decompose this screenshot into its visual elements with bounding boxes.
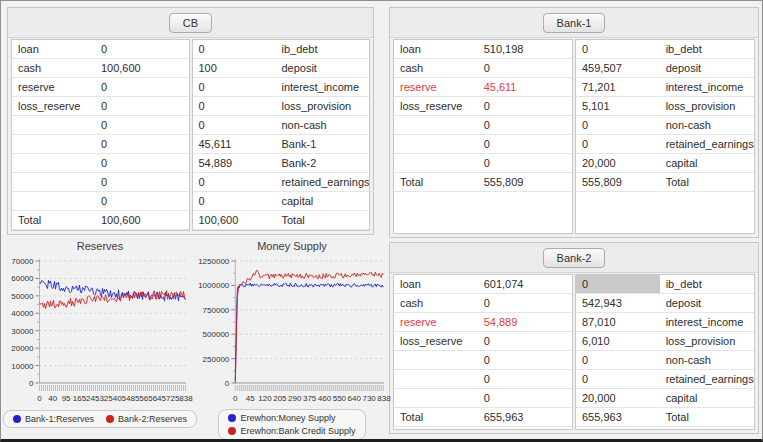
asset-label[interactable]: loss_reserve bbox=[12, 97, 95, 115]
liability-label[interactable]: retained_earnings bbox=[660, 135, 754, 153]
liability-value[interactable]: 0 bbox=[576, 135, 660, 153]
asset-label[interactable]: Total bbox=[394, 173, 478, 191]
liability-value[interactable]: 54,889 bbox=[193, 154, 276, 172]
liability-label[interactable]: loss_provision bbox=[660, 332, 754, 350]
liability-label[interactable]: Total bbox=[660, 173, 754, 191]
liability-value[interactable]: 20,000 bbox=[576, 389, 660, 407]
tab-bank-2[interactable]: Bank-2 bbox=[543, 248, 606, 268]
asset-label[interactable]: loan bbox=[394, 275, 478, 293]
liability-value[interactable]: 0 bbox=[193, 116, 276, 134]
asset-label[interactable] bbox=[12, 154, 95, 172]
asset-label[interactable]: loss_reserve bbox=[394, 332, 478, 350]
liability-value[interactable]: 0 bbox=[193, 192, 276, 210]
asset-value[interactable]: 100,600 bbox=[95, 59, 189, 77]
asset-label[interactable]: loan bbox=[394, 40, 478, 58]
asset-value[interactable]: 601,074 bbox=[478, 275, 572, 293]
liability-value[interactable]: 87,010 bbox=[576, 313, 660, 331]
liability-label[interactable]: Bank-2 bbox=[275, 154, 369, 172]
asset-label[interactable] bbox=[394, 116, 478, 134]
asset-value[interactable]: 0 bbox=[478, 332, 572, 350]
asset-value[interactable]: 0 bbox=[478, 154, 572, 172]
liability-label[interactable]: retained_earnings bbox=[660, 370, 754, 388]
liability-value[interactable]: 0 bbox=[576, 116, 660, 134]
asset-value[interactable]: 0 bbox=[95, 192, 189, 210]
liability-label[interactable]: ib_debt bbox=[275, 40, 369, 58]
asset-value[interactable]: 0 bbox=[478, 370, 572, 388]
asset-value[interactable]: 0 bbox=[478, 116, 572, 134]
asset-label[interactable] bbox=[12, 173, 95, 191]
liability-value[interactable]: 459,507 bbox=[576, 59, 660, 77]
liability-value[interactable]: 100 bbox=[193, 59, 276, 77]
liability-value[interactable]: 5,101 bbox=[576, 97, 660, 115]
liability-label[interactable]: Total bbox=[275, 211, 369, 229]
asset-value[interactable]: 100,600 bbox=[95, 211, 189, 229]
asset-value[interactable]: 0 bbox=[478, 294, 572, 312]
liability-value[interactable]: 45,611 bbox=[193, 135, 276, 153]
asset-label[interactable] bbox=[12, 192, 95, 210]
liability-label[interactable]: retained_earnings bbox=[275, 173, 369, 191]
liability-value[interactable]: 20,000 bbox=[576, 154, 660, 172]
asset-label[interactable]: reserve bbox=[394, 78, 478, 96]
liability-value[interactable]: 542,943 bbox=[576, 294, 660, 312]
liability-value[interactable]: 0 bbox=[193, 78, 276, 96]
liability-value[interactable]: 0 bbox=[576, 351, 660, 369]
asset-label[interactable] bbox=[12, 116, 95, 134]
asset-value[interactable]: 0 bbox=[95, 135, 189, 153]
asset-label[interactable] bbox=[394, 135, 478, 153]
liability-label[interactable]: interest_income bbox=[660, 313, 754, 331]
asset-label[interactable]: reserve bbox=[394, 313, 478, 331]
liability-label[interactable]: non-cash bbox=[660, 351, 754, 369]
asset-label[interactable]: Total bbox=[12, 211, 95, 229]
liability-label[interactable]: deposit bbox=[660, 294, 754, 312]
asset-value[interactable]: 0 bbox=[478, 351, 572, 369]
asset-value[interactable]: 0 bbox=[95, 40, 189, 58]
asset-value[interactable]: 555,809 bbox=[478, 173, 572, 191]
liability-label[interactable]: capital bbox=[660, 154, 754, 172]
liability-value[interactable]: 0 bbox=[193, 40, 276, 58]
asset-value[interactable]: 0 bbox=[95, 78, 189, 96]
asset-value[interactable]: 45,611 bbox=[478, 78, 572, 96]
asset-value[interactable]: 655,963 bbox=[478, 408, 572, 426]
liability-value[interactable]: 0 bbox=[576, 370, 660, 388]
asset-label[interactable]: cash bbox=[394, 59, 478, 77]
liability-value[interactable]: 0 bbox=[576, 275, 660, 293]
liability-value[interactable]: 6,010 bbox=[576, 332, 660, 350]
liability-label[interactable]: deposit bbox=[660, 59, 754, 77]
asset-value[interactable]: 0 bbox=[478, 59, 572, 77]
liability-value[interactable]: 100,600 bbox=[193, 211, 276, 229]
asset-value[interactable]: 0 bbox=[95, 116, 189, 134]
liability-value[interactable]: 555,809 bbox=[576, 173, 660, 191]
asset-label[interactable]: reserve bbox=[12, 78, 95, 96]
asset-label[interactable] bbox=[394, 351, 478, 369]
liability-label[interactable]: non-cash bbox=[275, 116, 369, 134]
asset-value[interactable]: 54,889 bbox=[478, 313, 572, 331]
liability-value[interactable]: 0 bbox=[193, 97, 276, 115]
liability-label[interactable]: ib_debt bbox=[660, 275, 754, 293]
asset-label[interactable] bbox=[394, 389, 478, 407]
liability-label[interactable]: capital bbox=[275, 192, 369, 210]
liability-label[interactable]: non-cash bbox=[660, 116, 754, 134]
liability-label[interactable]: loss_provision bbox=[660, 97, 754, 115]
liability-label[interactable]: Total bbox=[660, 408, 754, 426]
asset-label[interactable]: cash bbox=[12, 59, 95, 77]
liability-value[interactable]: 0 bbox=[576, 40, 660, 58]
asset-value[interactable]: 0 bbox=[478, 97, 572, 115]
asset-label[interactable] bbox=[394, 370, 478, 388]
asset-value[interactable]: 0 bbox=[95, 97, 189, 115]
asset-value[interactable]: 510,198 bbox=[478, 40, 572, 58]
tab-cb[interactable]: CB bbox=[169, 13, 212, 33]
liability-value[interactable]: 0 bbox=[193, 173, 276, 191]
liability-label[interactable]: Bank-1 bbox=[275, 135, 369, 153]
asset-value[interactable]: 0 bbox=[478, 135, 572, 153]
asset-label[interactable] bbox=[12, 135, 95, 153]
liability-label[interactable]: interest_income bbox=[275, 78, 369, 96]
liability-label[interactable]: loss_provision bbox=[275, 97, 369, 115]
asset-label[interactable]: loan bbox=[12, 40, 95, 58]
asset-value[interactable]: 0 bbox=[478, 389, 572, 407]
liability-label[interactable]: interest_income bbox=[660, 78, 754, 96]
asset-label[interactable]: Total bbox=[394, 408, 478, 426]
asset-label[interactable] bbox=[394, 154, 478, 172]
tab-bank-1[interactable]: Bank-1 bbox=[543, 13, 606, 33]
liability-label[interactable]: capital bbox=[660, 389, 754, 407]
liability-value[interactable]: 71,201 bbox=[576, 78, 660, 96]
